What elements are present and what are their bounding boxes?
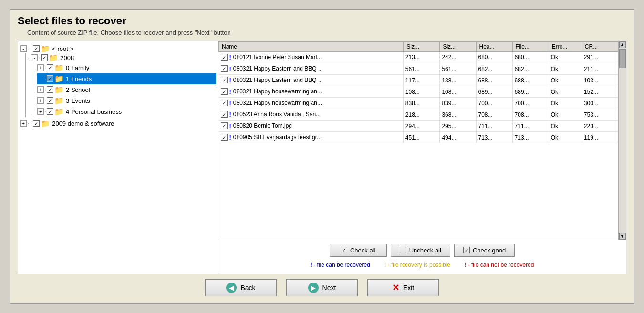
table-row[interactable]: ! 080905 SBT verjaardags feest gr... 451… — [219, 132, 618, 143]
col-siz2[interactable]: Siz... — [440, 41, 476, 51]
col-file[interactable]: File... — [512, 41, 549, 51]
check-all-label: Check all — [350, 247, 375, 254]
scroll-up[interactable]: ▲ — [619, 41, 626, 48]
uncheck-all-label: Uncheck all — [409, 247, 441, 254]
file-bottom-bar: ✓ Check all Uncheck all ✓ Check good ! -… — [218, 240, 626, 274]
uncheck-all-icon — [400, 247, 406, 253]
row-siz2: 108... — [440, 86, 476, 98]
row-checkbox[interactable] — [221, 77, 228, 83]
row-cr: 223... — [582, 121, 618, 132]
folder4-icon: 📁 — [54, 107, 64, 116]
year2008-checkbox[interactable] — [41, 54, 48, 61]
root-checkbox[interactable] — [33, 45, 40, 52]
row-checkbox[interactable] — [221, 122, 228, 129]
table-row[interactable]: ! 080820 Bernie Tom.jpg 294... 295... 71… — [219, 121, 618, 132]
row-checkbox[interactable] — [221, 88, 228, 95]
tree-panel: - ··· 📁 < root > ·· - · 📁 — [18, 41, 218, 274]
row-filename: 080905 SBT verjaardags feest gr... — [233, 134, 322, 141]
row-siz1: 108... — [404, 86, 440, 98]
col-err[interactable]: Erro... — [549, 41, 582, 51]
col-cr[interactable]: CR... — [582, 41, 618, 51]
folder0-label[interactable]: 0 Family — [66, 64, 89, 71]
col-hea[interactable]: Hea... — [476, 41, 512, 51]
row-checkbox[interactable] — [221, 134, 228, 141]
col-siz1[interactable]: Siz... — [404, 41, 440, 51]
folder1-label[interactable]: 1 Friends — [66, 75, 92, 82]
row-filename: 080321 Happy Eastern and BBQ ... — [233, 65, 323, 72]
legend-red: ! - file can not be recovered — [465, 262, 534, 268]
folder0-expand[interactable]: + — [37, 64, 44, 71]
folder1-expand — [37, 75, 44, 82]
row-err: Ok — [549, 86, 582, 98]
row-siz1: 294... — [404, 121, 440, 132]
row-err: Ok — [549, 63, 582, 75]
row-err: Ok — [549, 121, 582, 132]
exit-button[interactable]: ✕ Exit — [367, 279, 439, 296]
year2009-expand[interactable]: + — [20, 120, 27, 127]
row-siz1: 218... — [404, 109, 440, 121]
row-checkbox[interactable] — [221, 54, 228, 61]
row-hea: 708... — [476, 109, 512, 121]
table-row[interactable]: ! 080321 Happy housewarming an... 108...… — [219, 86, 618, 98]
folder3-label[interactable]: 3 Events — [66, 97, 90, 104]
row-checkbox[interactable] — [221, 111, 228, 118]
row-file: 708... — [512, 109, 549, 121]
row-checkbox[interactable] — [221, 65, 228, 72]
check-all-icon: ✓ — [341, 247, 347, 253]
folder0-checkbox[interactable] — [47, 64, 53, 71]
year2008-folder-icon: 📁 — [49, 53, 58, 62]
next-button[interactable]: ▶ Next — [286, 279, 358, 296]
row-siz2: 368... — [440, 109, 476, 121]
folder2-checkbox[interactable] — [47, 86, 53, 93]
table-row[interactable]: ! 080523 Anna Roos Vanida , San... 218..… — [219, 109, 618, 121]
folder4-checkbox[interactable] — [47, 108, 53, 115]
back-button[interactable]: ◀ Back — [205, 279, 277, 296]
file-panel: Name Siz... Siz... Hea... File... Erro..… — [218, 41, 626, 274]
legend-row: ! - file can be recovered ! - file recov… — [222, 260, 622, 270]
year2009-checkbox[interactable] — [33, 120, 40, 127]
folder3-checkbox[interactable] — [47, 97, 53, 104]
uncheck-all-button[interactable]: Uncheck all — [391, 244, 450, 257]
row-siz2: 561... — [440, 63, 476, 75]
year2008-expand[interactable]: - — [31, 54, 38, 61]
file-scrollbar[interactable]: ▲ ▼ — [618, 41, 626, 240]
row-file: 689... — [512, 86, 549, 98]
folder2-label[interactable]: 2 School — [66, 86, 90, 93]
scroll-down[interactable]: ▼ — [619, 233, 626, 240]
check-all-button[interactable]: ✓ Check all — [330, 244, 387, 257]
row-file: 688... — [512, 75, 549, 86]
row-hea: 700... — [476, 98, 512, 109]
check-good-button[interactable]: ✓ Check good — [454, 244, 515, 257]
folder1-icon: 📁 — [54, 74, 64, 83]
root-label[interactable]: < root > — [52, 45, 73, 52]
col-name[interactable]: Name — [219, 41, 404, 51]
row-exclaim: ! — [229, 65, 231, 72]
row-siz1: 451... — [404, 132, 440, 143]
row-err: Ok — [549, 109, 582, 121]
folder3-expand[interactable]: + — [37, 97, 44, 104]
row-cr: 753... — [582, 109, 618, 121]
scroll-thumb[interactable] — [619, 49, 626, 68]
root-expand[interactable]: - — [20, 45, 27, 52]
folder4-label[interactable]: 4 Personal business — [66, 108, 122, 115]
folder2-expand[interactable]: + — [37, 86, 44, 93]
folder4-expand[interactable]: + — [37, 108, 44, 115]
folder1-checkbox[interactable] — [47, 75, 53, 82]
root-folder-icon: 📁 — [41, 44, 50, 53]
table-row[interactable]: ! 080321 Happy Eastern and BBQ ... 561..… — [219, 63, 618, 75]
row-hea: 682... — [476, 63, 512, 75]
table-row[interactable]: ! 080321 Happy housewarming an... 838...… — [219, 98, 618, 109]
row-file: 711... — [512, 121, 549, 132]
table-row[interactable]: ! 080321 Happy Eastern and BBQ ... 117..… — [219, 75, 618, 86]
legend-blue: ! - file can be recovered — [311, 262, 370, 268]
year2008-label[interactable]: 2008 — [60, 54, 74, 61]
table-row[interactable]: ! 080121 Ivonne Peter Susan Marl... 213.… — [219, 51, 618, 63]
exit-icon: ✕ — [392, 283, 399, 293]
row-filename: 080820 Bernie Tom.jpg — [233, 122, 292, 129]
row-filename: 080321 Happy housewarming an... — [233, 100, 322, 106]
year2009-label[interactable]: 2009 demo & software — [52, 120, 114, 127]
row-checkbox[interactable] — [221, 100, 228, 106]
row-filename: 080121 Ivonne Peter Susan Marl... — [233, 54, 322, 61]
folder0-icon: 📁 — [54, 63, 64, 72]
row-exclaim: ! — [229, 88, 231, 95]
